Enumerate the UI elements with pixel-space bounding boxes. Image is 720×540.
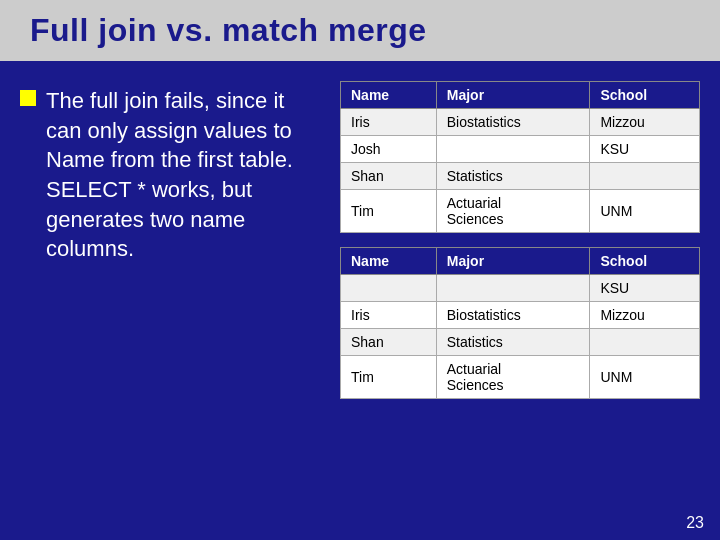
table1-header-school: School: [590, 82, 700, 109]
table-cell: [341, 275, 437, 302]
table-cell: Tim: [341, 190, 437, 233]
table2: Name Major School KSUIrisBiostatisticsMi…: [340, 247, 700, 399]
bullet-icon: [20, 90, 36, 106]
table-cell: Statistics: [436, 329, 590, 356]
slide-title: Full join vs. match merge: [30, 12, 427, 48]
table-cell: Mizzou: [590, 109, 700, 136]
table-cell: Biostatistics: [436, 302, 590, 329]
table-cell: KSU: [590, 275, 700, 302]
left-column: The full join fails, since it can only a…: [20, 81, 320, 399]
table1-header-major: Major: [436, 82, 590, 109]
table-cell: Iris: [341, 302, 437, 329]
bullet-point: The full join fails, since it can only a…: [20, 86, 320, 264]
table-row: ShanStatistics: [341, 163, 700, 190]
table-cell: [436, 136, 590, 163]
table-cell: Mizzou: [590, 302, 700, 329]
table-cell: Shan: [341, 163, 437, 190]
table-cell: UNM: [590, 356, 700, 399]
table-cell: Statistics: [436, 163, 590, 190]
table-cell: ActuarialSciences: [436, 356, 590, 399]
bullet-text: The full join fails, since it can only a…: [46, 86, 320, 264]
table-cell: Josh: [341, 136, 437, 163]
table-cell: KSU: [590, 136, 700, 163]
slide: Full join vs. match merge The full join …: [0, 0, 720, 540]
table-cell: Tim: [341, 356, 437, 399]
table-cell: [436, 275, 590, 302]
table-cell: [590, 163, 700, 190]
table1: Name Major School IrisBiostatisticsMizzo…: [340, 81, 700, 233]
right-column: Name Major School IrisBiostatisticsMizzo…: [340, 81, 700, 399]
table-row: JoshKSU: [341, 136, 700, 163]
table-row: IrisBiostatisticsMizzou: [341, 302, 700, 329]
page-number: 23: [686, 514, 704, 532]
table-row: TimActuarialSciencesUNM: [341, 356, 700, 399]
table-cell: Shan: [341, 329, 437, 356]
table-cell: UNM: [590, 190, 700, 233]
table-row: IrisBiostatisticsMizzou: [341, 109, 700, 136]
table-row: TimActuarialSciencesUNM: [341, 190, 700, 233]
title-area: Full join vs. match merge: [0, 0, 720, 61]
table-cell: Iris: [341, 109, 437, 136]
table2-header-name: Name: [341, 248, 437, 275]
table-row: ShanStatistics: [341, 329, 700, 356]
table-cell: ActuarialSciences: [436, 190, 590, 233]
table-row: KSU: [341, 275, 700, 302]
table-cell: [590, 329, 700, 356]
table1-header-name: Name: [341, 82, 437, 109]
table-cell: Biostatistics: [436, 109, 590, 136]
table2-header-school: School: [590, 248, 700, 275]
content-area: The full join fails, since it can only a…: [0, 61, 720, 409]
table2-header-major: Major: [436, 248, 590, 275]
